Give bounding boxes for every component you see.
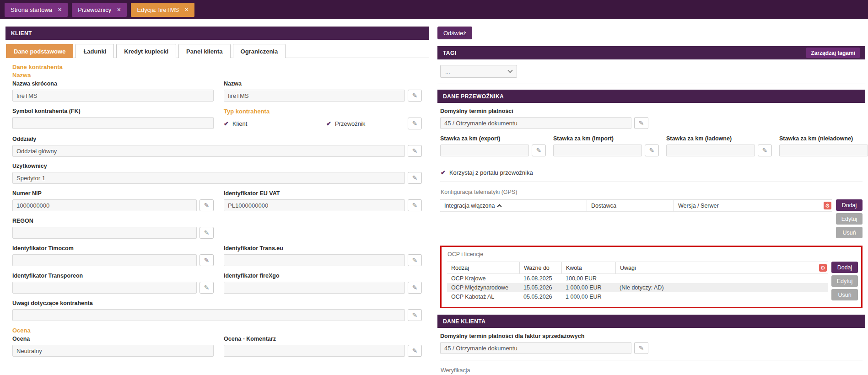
- table-settings-button[interactable]: [824, 202, 831, 209]
- edit-icon: [762, 147, 768, 154]
- tab-ograniczenia[interactable]: Ograniczenia: [233, 44, 286, 58]
- edit-button[interactable]: [199, 282, 214, 294]
- ocp-table-header: Rodzaj Ważne do Kwota Uwagi: [447, 262, 828, 274]
- gps-col-integracja[interactable]: Integracja włączona: [440, 200, 587, 211]
- tab-panel-klienta[interactable]: Panel klienta: [178, 44, 230, 58]
- tags-header-label: TAGI: [443, 50, 456, 56]
- checkbox-klient[interactable]: Klient: [224, 120, 323, 127]
- cell-wazne-do: 15.05.2026: [519, 284, 561, 291]
- carrier-header: DANE PRZEWOŹNIKA: [437, 90, 865, 103]
- stawka-nieladowne-input[interactable]: [779, 145, 868, 156]
- edit-button[interactable]: [408, 118, 422, 129]
- edit-button[interactable]: [634, 117, 648, 129]
- edit-button[interactable]: [408, 172, 422, 184]
- nazwa-skrocona-input[interactable]: [12, 90, 214, 102]
- gps-col-wersja[interactable]: Wersja / Serwer: [674, 200, 824, 211]
- field-label: Stawka za km (ładowne): [666, 135, 772, 142]
- termin-faktur-input[interactable]: [440, 342, 631, 354]
- edit-button[interactable]: [532, 145, 546, 156]
- regon-input[interactable]: [12, 227, 197, 239]
- check-icon: [441, 170, 446, 176]
- window-tab-edycja-firetms[interactable]: Edycja: fireTMS: [131, 3, 194, 17]
- uzytkownicy-input[interactable]: [12, 172, 405, 184]
- timocom-input[interactable]: [12, 254, 197, 266]
- uwagi-kontrahenta-input[interactable]: [12, 309, 405, 321]
- eu-vat-input[interactable]: [224, 199, 405, 211]
- divider: [437, 84, 865, 84]
- window-tab-przewoznicy[interactable]: Przewoźnicy: [72, 3, 127, 17]
- add-button[interactable]: Dodaj: [831, 262, 858, 273]
- field-stawka-ladowne: Stawka za km (ładowne): [666, 135, 772, 156]
- firexgo-input[interactable]: [224, 282, 405, 294]
- transporeon-input[interactable]: [12, 282, 197, 294]
- ocp-col-wazne-do[interactable]: Ważne do: [519, 262, 561, 273]
- table-row[interactable]: OCP Kabotaż AL 05.05.2026 1 000,00 EUR: [447, 292, 828, 301]
- tags-dropdown[interactable]: ...: [440, 65, 517, 78]
- edit-icon: [204, 202, 210, 209]
- edit-row-button[interactable]: Edytuj: [831, 275, 858, 287]
- table-settings-button[interactable]: [819, 264, 827, 272]
- edit-button[interactable]: [408, 254, 422, 266]
- ocp-col-kwota[interactable]: Kwota: [561, 262, 615, 273]
- edit-button[interactable]: [645, 145, 659, 156]
- tab-ladunki[interactable]: Ładunki: [75, 44, 114, 58]
- ocena-komentarz-input[interactable]: [224, 345, 405, 357]
- ocp-col-uwagi[interactable]: Uwagi: [615, 262, 819, 273]
- edit-button[interactable]: [408, 90, 422, 102]
- stawka-export-input[interactable]: [440, 145, 529, 156]
- stawka-import-input[interactable]: [553, 145, 642, 156]
- symbol-kontrahenta-input[interactable]: [12, 117, 214, 129]
- add-button[interactable]: Dodaj: [836, 199, 863, 211]
- nazwa-input[interactable]: [224, 90, 405, 102]
- delete-button[interactable]: Usuń: [831, 289, 858, 300]
- delete-button[interactable]: Usuń: [836, 227, 863, 238]
- stawka-ladowne-input[interactable]: [666, 145, 755, 156]
- field-stawka-export: Stawka za km (export): [440, 135, 546, 156]
- close-icon[interactable]: [184, 7, 189, 12]
- window-tab-strona-startowa[interactable]: Strona startowa: [5, 3, 68, 17]
- gps-table-body: [440, 212, 832, 237]
- edit-button[interactable]: [199, 227, 214, 239]
- edit-icon: [412, 312, 418, 318]
- close-icon[interactable]: [117, 7, 121, 12]
- edit-button[interactable]: [758, 145, 772, 156]
- table-row[interactable]: OCP Krajowe 16.08.2025 100,00 EUR: [447, 274, 828, 283]
- checkbox-przewoznik[interactable]: Przewoźnik: [326, 120, 365, 127]
- gps-col-dostawca[interactable]: Dostawca: [587, 200, 674, 211]
- edit-button[interactable]: [408, 199, 422, 211]
- edit-button[interactable]: [408, 145, 422, 157]
- edit-button[interactable]: [408, 309, 422, 321]
- manage-tags-button[interactable]: Zarządzaj tagami: [806, 48, 860, 58]
- edit-button[interactable]: [634, 342, 648, 354]
- field-termin-platnosci: Domyślny termin płatności: [440, 108, 863, 129]
- refresh-button[interactable]: Odśwież: [437, 27, 472, 39]
- ocp-col-rodzaj[interactable]: Rodzaj: [447, 262, 519, 273]
- ocena-input[interactable]: [12, 345, 214, 357]
- tab-dane-podstawowe[interactable]: Dane podstawowe: [6, 44, 73, 58]
- edit-icon: [412, 120, 418, 127]
- termin-platnosci-input[interactable]: [440, 117, 631, 129]
- edit-button[interactable]: [408, 282, 422, 294]
- edit-icon: [412, 92, 418, 99]
- gps-table-header: Integracja włączona Dostawca Wersja / Se…: [440, 199, 832, 212]
- checkbox-portal-przewoznika[interactable]: Korzystaj z portalu przewoźnika: [441, 169, 863, 176]
- section-nazwa: Nazwa: [12, 72, 422, 79]
- edit-icon: [412, 348, 418, 354]
- field-label: Identyfikator fireXgo: [224, 273, 422, 279]
- transeu-input[interactable]: [224, 254, 405, 266]
- oddzialy-input[interactable]: [12, 145, 405, 157]
- edit-button[interactable]: [199, 254, 214, 266]
- numer-nip-input[interactable]: [12, 199, 197, 211]
- field-label: Stawka za km (nieładowne): [779, 135, 868, 142]
- gear-icon: [825, 203, 830, 209]
- sort-asc-icon: [497, 204, 502, 209]
- edit-row-button[interactable]: Edytuj: [836, 213, 863, 225]
- gear-icon: [820, 265, 825, 271]
- edit-button[interactable]: [408, 345, 422, 357]
- tab-kredyt-kupiecki[interactable]: Kredyt kupiecki: [116, 44, 176, 58]
- field-ocena: Ocena: [12, 336, 214, 357]
- edit-button[interactable]: [199, 199, 214, 211]
- table-row[interactable]: OCP Międzynarodowe 15.05.2026 1 000,00 E…: [447, 283, 828, 292]
- ocp-table: Rodzaj Ważne do Kwota Uwagi OCP Krajowe …: [447, 262, 828, 301]
- close-icon[interactable]: [58, 7, 62, 12]
